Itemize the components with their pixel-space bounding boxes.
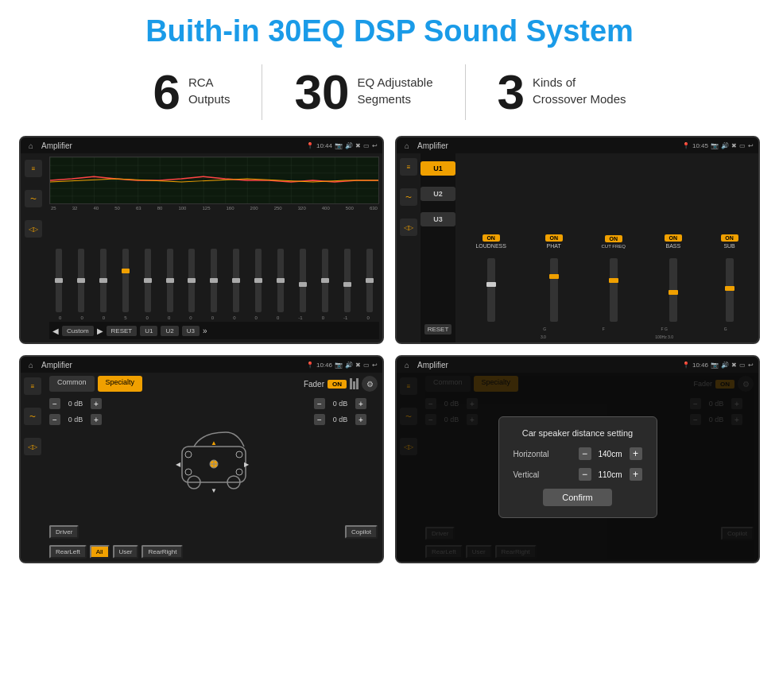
screen-amp: ⌂ Amplifier 📍 10:45 📷🔊✖▭↩ ≡ 〜 ◁▷ U1 U2 U… — [395, 136, 760, 344]
stat-rca: 6 RCA Outputs — [121, 68, 262, 117]
db-row-4: − 0 dB + — [314, 414, 378, 425]
stat-text-rca: RCA Outputs — [188, 68, 231, 107]
horizontal-label: Horizontal — [514, 450, 561, 458]
stat-text-eq: EQ Adjustable Segments — [357, 68, 432, 107]
user-btn[interactable]: User — [113, 545, 139, 559]
eq-u2-btn[interactable]: U2 — [161, 326, 178, 336]
tab-common[interactable]: Common — [49, 376, 95, 392]
fader-side-icon1[interactable]: ≡ — [24, 377, 41, 395]
phat-on[interactable]: ON — [545, 234, 563, 242]
svg-text:▼: ▼ — [211, 487, 217, 494]
db-row-1: − 0 dB + — [49, 398, 113, 409]
status-icons-3: 📍 10:46 📷🔊✖▭↩ — [306, 362, 378, 369]
eq-icon-1[interactable]: ≡ — [25, 160, 42, 177]
u2-btn[interactable]: U2 — [421, 187, 455, 201]
bass-on[interactable]: ON — [665, 234, 682, 242]
vertical-controls: − 110cm + — [579, 468, 642, 481]
amp-side-icon2[interactable]: 〜 — [400, 188, 417, 206]
copilot-btn[interactable]: Copilot — [345, 525, 378, 539]
db-value-1: 0 dB — [64, 400, 87, 408]
plus-btn-3[interactable]: + — [355, 398, 366, 409]
u1-btn[interactable]: U1 — [421, 161, 455, 176]
play-icon[interactable]: ▶ — [97, 327, 103, 335]
db-row-3: − 0 dB + — [314, 398, 378, 409]
cutfreq-on[interactable]: ON — [605, 235, 622, 242]
eq-icon-2[interactable]: 〜 — [25, 190, 42, 207]
page-title: Buith-in 30EQ DSP Sound System — [0, 0, 779, 56]
rearright-btn[interactable]: RearRight — [141, 545, 183, 559]
minus-btn-3[interactable]: − — [314, 398, 325, 409]
eq-reset-btn[interactable]: RESET — [107, 326, 138, 336]
horizontal-minus[interactable]: − — [579, 447, 591, 460]
sub-on[interactable]: ON — [721, 234, 738, 242]
status-bar-3: ⌂ Amplifier 📍 10:46 📷🔊✖▭↩ — [21, 357, 382, 373]
db-value-4: 0 dB — [328, 416, 352, 423]
driver-btn[interactable]: Driver — [49, 525, 79, 539]
prev-icon[interactable]: ◀ — [52, 327, 59, 335]
amp-u-col: U1 U2 U3 RESET — [421, 153, 455, 342]
plus-btn-2[interactable]: + — [91, 414, 102, 425]
amp-sidebar: ≡ 〜 ◁▷ — [397, 153, 421, 342]
svg-text:◀: ◀ — [176, 461, 181, 468]
amp-side-icon3[interactable]: ◁▷ — [400, 219, 417, 236]
screen2-body: ≡ 〜 ◁▷ U1 U2 U3 RESET ON LOUDNESS — [397, 153, 758, 342]
screen3-title: Amplifier — [41, 361, 303, 369]
status-bar-2: ⌂ Amplifier 📍 10:45 📷🔊✖▭↩ — [397, 137, 758, 153]
screen-eq: ⌂ Amplifier 📍 10:44 📷🔊✖▭↩ ≡ 〜 ◁▷ — [19, 136, 384, 344]
more-icon[interactable]: » — [203, 327, 207, 335]
minus-btn-4[interactable]: − — [314, 414, 325, 425]
svg-text:▲: ▲ — [211, 439, 217, 447]
bass-label: BASS — [665, 243, 680, 249]
fader-side-icon2[interactable]: 〜 — [24, 408, 41, 425]
freq-hz-row: 3.0100Hz 3.0 — [459, 335, 755, 339]
home-icon-4: ⌂ — [401, 359, 413, 370]
sliders-row — [49, 214, 379, 314]
rearleft-btn[interactable]: RearLeft — [49, 545, 87, 559]
cutfreq-label: CUT FREQ — [601, 244, 626, 249]
stat-eq: 30 EQ Adjustable Segments — [262, 68, 464, 117]
u3-btn[interactable]: U3 — [421, 212, 455, 226]
eq-graph — [49, 157, 379, 204]
vertical-plus[interactable]: + — [630, 468, 642, 481]
confirm-button[interactable]: Confirm — [543, 489, 612, 506]
minus-btn-1[interactable]: − — [49, 398, 60, 409]
freq-row: GFF GG — [459, 327, 755, 331]
freq-labels: 2532405063 80100125160200 25032040050063… — [49, 206, 379, 211]
fader-right: − 0 dB + − 0 dB + — [314, 398, 378, 519]
screen4-body: ≡ 〜 ◁▷ Common Specialty Fader ON ⚙ — [397, 373, 758, 562]
status-icons-2: 📍 10:45 📷🔊✖▭↩ — [682, 142, 754, 149]
amp-reset-btn[interactable]: RESET — [424, 324, 452, 335]
horizontal-plus[interactable]: + — [630, 447, 642, 460]
tab-specialty[interactable]: Specialty — [98, 376, 143, 392]
eq-custom-label: Custom — [62, 326, 94, 336]
minus-btn-2[interactable]: − — [49, 414, 60, 425]
dialog-horizontal-row: Horizontal − 140cm + — [514, 447, 642, 460]
car-diagram: ▲ ▼ ◀ ▶ — [119, 398, 308, 519]
svg-point-8 — [236, 451, 242, 458]
channel-phat: ON PHAT — [545, 234, 563, 322]
sub-label: SUB — [723, 243, 734, 249]
vertical-minus[interactable]: − — [579, 468, 591, 481]
loudness-on[interactable]: ON — [483, 234, 500, 242]
all-btn[interactable]: All — [90, 545, 110, 559]
settings-icon[interactable]: ⚙ — [362, 376, 378, 392]
fader-side-icon3[interactable]: ◁▷ — [24, 438, 41, 455]
channel-bass: ON BASS — [665, 234, 682, 322]
eq-icon-3[interactable]: ◁▷ — [25, 220, 42, 238]
home-icon-1: ⌂ — [25, 140, 37, 151]
amp-side-icon1[interactable]: ≡ — [400, 158, 417, 176]
fader-main: Common Specialty Fader ON ⚙ — [45, 373, 382, 562]
amp-controls-row: ON LOUDNESS ON PHAT ON — [459, 157, 755, 322]
stat-number-3: 3 — [498, 68, 525, 117]
eq-u3-btn[interactable]: U3 — [182, 326, 200, 336]
dialog-vertical-row: Vertical − 110cm + — [514, 468, 642, 481]
fader-bottom-row1: Driver Copilot — [49, 525, 378, 539]
screen1-title: Amplifier — [41, 141, 303, 150]
fader-on[interactable]: ON — [327, 380, 347, 389]
eq-u1-btn[interactable]: U1 — [140, 326, 157, 336]
db-row-2: − 0 dB + — [49, 414, 113, 425]
svg-point-7 — [185, 451, 192, 458]
plus-btn-1[interactable]: + — [91, 398, 102, 409]
status-bar-4: ⌂ Amplifier 📍 10:46 📷🔊✖▭↩ — [397, 357, 758, 373]
plus-btn-4[interactable]: + — [355, 414, 366, 425]
